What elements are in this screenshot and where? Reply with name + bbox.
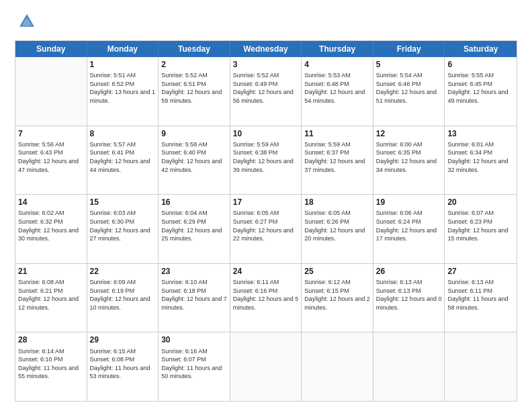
day-cell-2: 2Sunrise: 5:52 AMSunset: 6:51 PMDaylight… — [159, 57, 230, 126]
daylight-text: Daylight: 11 hours and 58 minutes. — [447, 295, 508, 311]
sunrise-text: Sunrise: 6:02 AM — [18, 210, 64, 216]
cell-info: Sunrise: 6:09 AMSunset: 6:19 PMDaylight:… — [90, 278, 156, 312]
weekday-header-friday: Friday — [373, 41, 445, 57]
cell-info: Sunrise: 6:11 AMSunset: 6:16 PMDaylight:… — [233, 278, 299, 312]
sunset-text: Sunset: 6:23 PM — [447, 218, 492, 225]
day-cell-12: 12Sunrise: 6:00 AMSunset: 6:35 PMDayligh… — [373, 126, 445, 195]
sunset-text: Sunset: 6:13 PM — [376, 287, 421, 294]
day-cell-11: 11Sunrise: 5:59 AMSunset: 6:37 PMDayligh… — [302, 126, 373, 195]
sunrise-text: Sunrise: 6:15 AM — [90, 348, 136, 355]
sunset-text: Sunset: 6:30 PM — [90, 218, 135, 225]
daylight-text: Daylight: 12 hours and 17 minutes. — [376, 227, 437, 242]
daylight-text: Daylight: 12 hours and 37 minutes. — [304, 158, 365, 173]
sunrise-text: Sunrise: 5:51 AM — [90, 72, 136, 79]
day-number: 18 — [304, 197, 370, 208]
sunset-text: Sunset: 6:43 PM — [18, 149, 63, 156]
cell-info: Sunrise: 6:02 AMSunset: 6:32 PMDaylight:… — [18, 209, 84, 242]
weekday-header-sunday: Sunday — [15, 41, 87, 57]
daylight-text: Daylight: 12 hours and 5 minutes. — [233, 295, 299, 311]
day-cell-7: 7Sunrise: 5:56 AMSunset: 6:43 PMDaylight… — [15, 126, 87, 195]
daylight-text: Daylight: 12 hours and 22 minutes. — [233, 227, 294, 242]
cell-info: Sunrise: 6:01 AMSunset: 6:34 PMDaylight:… — [447, 140, 514, 174]
day-cell-10: 10Sunrise: 5:59 AMSunset: 6:38 PMDayligh… — [230, 126, 302, 195]
day-number: 17 — [233, 197, 299, 208]
day-number: 8 — [90, 128, 156, 139]
cell-info: Sunrise: 6:15 AMSunset: 6:08 PMDaylight:… — [90, 347, 156, 381]
sunset-text: Sunset: 6:11 PM — [447, 287, 492, 294]
daylight-text: Daylight: 12 hours and 56 minutes. — [233, 89, 294, 104]
day-number: 1 — [90, 59, 156, 70]
daylight-text: Daylight: 12 hours and 12 minutes. — [18, 295, 79, 311]
cell-info: Sunrise: 5:52 AMSunset: 6:51 PMDaylight:… — [161, 71, 227, 105]
day-number: 16 — [161, 197, 227, 208]
day-cell-8: 8Sunrise: 5:57 AMSunset: 6:41 PMDaylight… — [87, 126, 159, 195]
day-number: 10 — [233, 128, 299, 139]
calendar: SundayMondayTuesdayWednesdayThursdayFrid… — [15, 40, 517, 402]
day-cell-3: 3Sunrise: 5:52 AMSunset: 6:49 PMDaylight… — [230, 57, 302, 126]
sunrise-text: Sunrise: 6:16 AM — [161, 348, 208, 355]
daylight-text: Daylight: 12 hours and 59 minutes. — [161, 89, 222, 104]
sunrise-text: Sunrise: 5:57 AM — [90, 141, 136, 148]
cell-info: Sunrise: 5:58 AMSunset: 6:40 PMDaylight:… — [161, 140, 227, 174]
daylight-text: Daylight: 12 hours and 49 minutes. — [447, 89, 508, 104]
day-cell-14: 14Sunrise: 6:02 AMSunset: 6:32 PMDayligh… — [15, 195, 87, 263]
sunset-text: Sunset: 6:19 PM — [90, 287, 135, 294]
day-number: 24 — [233, 266, 299, 277]
sunrise-text: Sunrise: 6:12 AM — [304, 279, 351, 285]
cell-info: Sunrise: 6:13 AMSunset: 6:11 PMDaylight:… — [447, 278, 514, 312]
sunset-text: Sunset: 6:51 PM — [161, 81, 206, 87]
sunset-text: Sunset: 6:37 PM — [304, 149, 349, 156]
day-number: 29 — [90, 334, 156, 345]
empty-cell — [373, 332, 445, 401]
weekday-header-wednesday: Wednesday — [230, 41, 302, 57]
day-number: 27 — [447, 266, 514, 277]
daylight-text: Daylight: 12 hours and 51 minutes. — [376, 89, 437, 104]
cell-info: Sunrise: 6:12 AMSunset: 6:15 PMDaylight:… — [304, 278, 370, 312]
day-cell-13: 13Sunrise: 6:01 AMSunset: 6:34 PMDayligh… — [445, 126, 517, 195]
cell-info: Sunrise: 5:53 AMSunset: 6:48 PMDaylight:… — [304, 71, 370, 105]
daylight-text: Daylight: 12 hours and 32 minutes. — [447, 158, 508, 173]
daylight-text: Daylight: 12 hours and 47 minutes. — [18, 158, 79, 173]
sunrise-text: Sunrise: 6:10 AM — [161, 279, 208, 285]
sunrise-text: Sunrise: 5:59 AM — [233, 141, 279, 148]
sunrise-text: Sunrise: 6:03 AM — [90, 210, 136, 216]
daylight-text: Daylight: 12 hours and 20 minutes. — [304, 227, 365, 242]
daylight-text: Daylight: 12 hours and 7 minutes. — [161, 295, 227, 311]
sunset-text: Sunset: 6:40 PM — [161, 149, 206, 156]
sunrise-text: Sunrise: 6:13 AM — [376, 279, 423, 285]
sunset-text: Sunset: 6:49 PM — [233, 81, 278, 87]
day-number: 2 — [161, 59, 227, 70]
day-cell-23: 23Sunrise: 6:10 AMSunset: 6:18 PMDayligh… — [159, 264, 230, 332]
cell-info: Sunrise: 6:07 AMSunset: 6:23 PMDaylight:… — [447, 209, 514, 242]
day-number: 30 — [161, 334, 227, 345]
daylight-text: Daylight: 12 hours and 10 minutes. — [90, 295, 150, 311]
cell-info: Sunrise: 5:52 AMSunset: 6:49 PMDaylight:… — [233, 71, 299, 105]
sunrise-text: Sunrise: 6:06 AM — [376, 210, 423, 216]
day-cell-21: 21Sunrise: 6:08 AMSunset: 6:21 PMDayligh… — [15, 264, 87, 332]
sunrise-text: Sunrise: 5:54 AM — [376, 72, 423, 79]
cell-info: Sunrise: 6:13 AMSunset: 6:13 PMDaylight:… — [376, 278, 442, 312]
day-cell-17: 17Sunrise: 6:05 AMSunset: 6:27 PMDayligh… — [230, 195, 302, 263]
cell-info: Sunrise: 6:03 AMSunset: 6:30 PMDaylight:… — [90, 209, 156, 242]
daylight-text: Daylight: 12 hours and 39 minutes. — [233, 158, 294, 173]
sunrise-text: Sunrise: 6:05 AM — [233, 210, 279, 216]
day-cell-18: 18Sunrise: 6:05 AMSunset: 6:26 PMDayligh… — [302, 195, 373, 263]
empty-cell — [302, 332, 373, 401]
day-number: 5 — [376, 59, 442, 70]
logo-icon — [17, 12, 36, 31]
sunset-text: Sunset: 6:24 PM — [376, 218, 421, 225]
sunset-text: Sunset: 6:10 PM — [18, 356, 63, 363]
sunset-text: Sunset: 6:26 PM — [304, 218, 349, 225]
sunrise-text: Sunrise: 5:53 AM — [304, 72, 351, 79]
sunset-text: Sunset: 6:32 PM — [18, 218, 63, 225]
sunrise-text: Sunrise: 5:52 AM — [233, 72, 279, 79]
day-number: 23 — [161, 266, 227, 277]
day-number: 11 — [304, 128, 370, 139]
sunset-text: Sunset: 6:48 PM — [304, 81, 349, 87]
daylight-text: Daylight: 11 hours and 53 minutes. — [90, 365, 150, 380]
cell-info: Sunrise: 6:06 AMSunset: 6:24 PMDaylight:… — [376, 209, 442, 242]
logo — [15, 12, 36, 34]
day-number: 21 — [18, 266, 84, 277]
empty-cell — [445, 332, 517, 401]
sunrise-text: Sunrise: 6:09 AM — [90, 279, 136, 285]
